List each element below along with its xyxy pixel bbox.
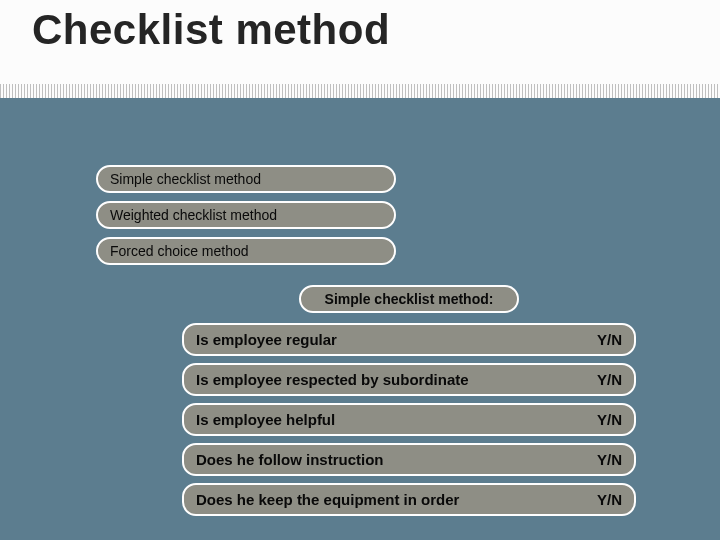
question-row: Does he keep the equipment in order Y/N bbox=[182, 483, 636, 516]
slide-title: Checklist method bbox=[32, 6, 720, 54]
answer-text: Y/N bbox=[597, 371, 622, 388]
detail-title: Simple checklist method: bbox=[299, 285, 520, 313]
method-item: Weighted checklist method bbox=[96, 201, 396, 229]
question-text: Does he follow instruction bbox=[196, 451, 384, 468]
answer-text: Y/N bbox=[597, 411, 622, 428]
answer-text: Y/N bbox=[597, 331, 622, 348]
question-row: Does he follow instruction Y/N bbox=[182, 443, 636, 476]
question-text: Is employee respected by subordinate bbox=[196, 371, 469, 388]
title-underline bbox=[0, 84, 720, 98]
question-text: Is employee helpful bbox=[196, 411, 335, 428]
method-item: Forced choice method bbox=[96, 237, 396, 265]
question-text: Is employee regular bbox=[196, 331, 337, 348]
question-row: Is employee regular Y/N bbox=[182, 323, 636, 356]
detail-title-wrap: Simple checklist method: bbox=[182, 285, 636, 313]
detail-block: Simple checklist method: Is employee reg… bbox=[182, 285, 636, 523]
question-text: Does he keep the equipment in order bbox=[196, 491, 459, 508]
question-row: Is employee helpful Y/N bbox=[182, 403, 636, 436]
method-item: Simple checklist method bbox=[96, 165, 396, 193]
title-band: Checklist method bbox=[0, 0, 720, 98]
question-row: Is employee respected by subordinate Y/N bbox=[182, 363, 636, 396]
answer-text: Y/N bbox=[597, 491, 622, 508]
methods-list: Simple checklist method Weighted checkli… bbox=[96, 165, 396, 273]
answer-text: Y/N bbox=[597, 451, 622, 468]
